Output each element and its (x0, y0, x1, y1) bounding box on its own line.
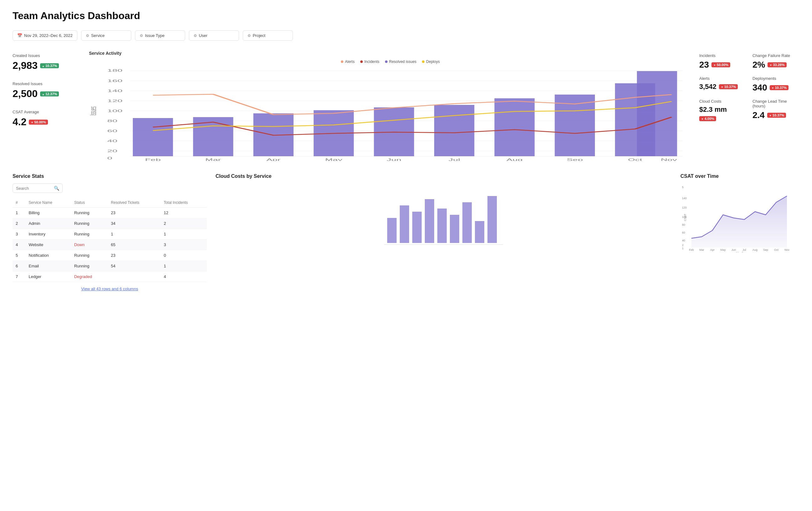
legend-deploys: Deploys (422, 59, 439, 64)
metric-alerts: Alerts 3,542 10.37% (699, 76, 746, 93)
table-header-row: # Service Name Status Resolved Tickets T… (12, 198, 207, 208)
svg-rect-47 (450, 215, 459, 243)
svg-text:2: 2 (682, 244, 684, 247)
svg-text:1: 1 (682, 247, 684, 250)
csat-title: CSAT over Time (680, 174, 800, 179)
kpi-resolved-pct: 12.37% (46, 92, 57, 96)
cloud-costs-chart (215, 183, 672, 252)
col-name: Service Name (25, 198, 71, 208)
service-stats-section: Service Stats 🔍 # Service Name Status Re… (12, 174, 207, 291)
service-filter[interactable]: ⚙ Service (81, 30, 131, 41)
svg-text:Issues: Issues (89, 107, 98, 116)
metric-change-lead: Change Lead Time (hours) 2.4 10.37% (752, 99, 800, 121)
svg-text:0: 0 (107, 156, 112, 160)
table-row: 2 Admin Running 34 2 (12, 218, 207, 229)
metric-cloud-costs-label: Cloud Costs (699, 99, 746, 103)
svg-text:80: 80 (682, 223, 685, 227)
search-input[interactable] (16, 186, 54, 191)
metrics-column: Incidents 23 50.00% Change Failure Rate … (699, 51, 800, 161)
svg-text:Mar: Mar (205, 158, 221, 161)
service-activity-chart-section: Service Activity Alerts Incidents Resolv… (89, 51, 692, 161)
legend-alerts: Alerts (341, 59, 355, 64)
badge-up-icon (42, 64, 45, 68)
svg-text:Feb: Feb (689, 248, 694, 251)
legend-resolved: Resolved issues (385, 59, 416, 64)
project-filter[interactable]: ⚙ Project (243, 30, 293, 41)
svg-text:Jun: Jun (386, 158, 401, 161)
kpi-resolved-number: 2,500 (12, 88, 37, 99)
col-incidents: Total Incidents (161, 198, 207, 208)
svg-text:May: May (325, 158, 342, 161)
svg-rect-46 (437, 209, 447, 243)
svg-text:Sep: Sep (567, 158, 583, 161)
svg-text:120: 120 (107, 99, 122, 103)
cell-incidents: 3 (161, 240, 207, 250)
cell-resolved: 23 (108, 250, 161, 261)
svg-text:Aug: Aug (752, 248, 757, 251)
col-status: Status (71, 198, 108, 208)
cell-incidents: 1 (161, 229, 207, 240)
cloud-costs-section: Cloud Costs by Service (215, 174, 672, 291)
cell-id: 6 (12, 261, 25, 271)
svg-rect-48 (462, 202, 472, 243)
cell-incidents: 1 (161, 261, 207, 271)
issue-type-filter-label: Issue Type (145, 33, 165, 38)
cell-name: Billing (25, 208, 71, 218)
cell-id: 5 (12, 250, 25, 261)
cell-id: 3 (12, 229, 25, 240)
chart-title: Service Activity (89, 51, 692, 56)
col-resolved: Resolved Tickets (108, 198, 161, 208)
legend-dot-alerts (341, 60, 343, 63)
kpi-created-issues: Created Issues 2,983 10.37% (12, 53, 82, 71)
csat-section: CSAT over Time 5 140 120 100 80 60 40 2 … (680, 174, 800, 291)
metric-cloud-costs-badge: 4.00% (699, 116, 716, 121)
metric-alerts-value: 3,542 10.37% (699, 83, 746, 91)
kpi-csat-pct: 50.00% (34, 120, 46, 124)
metric-alerts-badge: 10.37% (719, 84, 738, 89)
metric-deployments: Deployments 340 10.37% (752, 76, 800, 93)
svg-rect-43 (400, 205, 409, 243)
filter-icon-issue: ⚙ (140, 33, 143, 38)
cell-resolved: 1 (108, 229, 161, 240)
svg-text:Oct: Oct (774, 248, 779, 251)
svg-rect-49 (475, 221, 484, 243)
project-filter-label: Project (253, 33, 265, 38)
table-row: 5 Notification Running 23 0 (12, 250, 207, 261)
svg-text:Month: Month (736, 251, 744, 252)
svg-text:20: 20 (107, 149, 117, 153)
page-title: Team Analytics Dashboard (12, 10, 800, 22)
svg-text:Nov: Nov (661, 158, 677, 161)
filters-bar: 📅 Nov 29, 2022–Dec 6, 2022 ⚙ Service ⚙ I… (12, 30, 800, 41)
table-row: 4 Website Down 65 3 (12, 240, 207, 250)
date-filter[interactable]: 📅 Nov 29, 2022–Dec 6, 2022 (12, 30, 77, 41)
svg-text:100: 100 (107, 109, 122, 113)
metric-change-lead-badge: 10.37% (767, 113, 786, 118)
user-filter-label: User (199, 33, 207, 38)
kpi-created-pct: 10.37% (46, 64, 57, 68)
search-box[interactable]: 🔍 (12, 183, 63, 193)
cell-name: Website (25, 240, 71, 250)
calendar-icon: 📅 (17, 33, 22, 38)
svg-text:40: 40 (682, 239, 685, 242)
cell-status: Running (71, 208, 108, 218)
metric-alerts-label: Alerts (699, 76, 746, 81)
user-filter[interactable]: ⚙ User (189, 30, 239, 41)
svg-text:5: 5 (682, 186, 684, 189)
svg-rect-30 (637, 71, 677, 156)
kpi-csat-label: CSAT Average (12, 110, 82, 114)
cell-status: Running (71, 218, 108, 229)
cell-id: 7 (12, 271, 25, 282)
svg-rect-27 (494, 98, 534, 156)
svg-text:Apr: Apr (266, 158, 280, 161)
issue-type-filter[interactable]: ⚙ Issue Type (135, 30, 185, 41)
service-stats-table: # Service Name Status Resolved Tickets T… (12, 198, 207, 282)
bottom-grid: Service Stats 🔍 # Service Name Status Re… (12, 174, 800, 291)
cell-name: Inventory (25, 229, 71, 240)
cloud-costs-svg (215, 187, 672, 249)
metric-incidents: Incidents 23 50.00% (699, 53, 746, 70)
view-all-link[interactable]: View all 43 rows and 6 columns (12, 287, 207, 291)
kpi-csat-number: 4.2 (12, 116, 26, 128)
cell-incidents: 2 (161, 218, 207, 229)
svg-text:Aug: Aug (506, 158, 523, 161)
table-row: 3 Inventory Running 1 1 (12, 229, 207, 240)
